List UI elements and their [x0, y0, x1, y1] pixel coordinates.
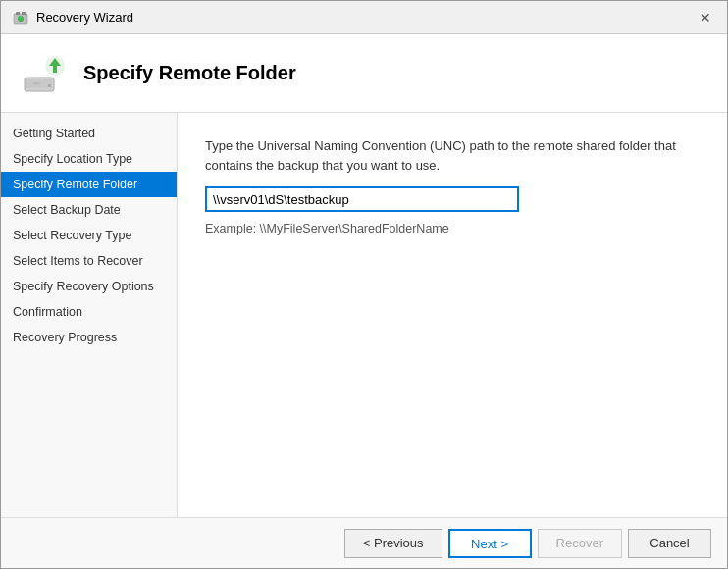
content-area: Getting Started Specify Location Type Sp…: [1, 113, 727, 517]
unc-path-input[interactable]: [205, 186, 519, 212]
svg-rect-7: [48, 84, 51, 87]
recovery-wizard-dialog: Recovery Wizard ✕ Specify Remote Folder …: [0, 0, 728, 569]
previous-button[interactable]: < Previous: [344, 529, 442, 558]
sidebar-item-select-recovery-type[interactable]: Select Recovery Type: [1, 223, 177, 248]
sidebar-item-getting-started[interactable]: Getting Started: [1, 121, 177, 146]
title-bar-left: Recovery Wizard: [13, 10, 133, 26]
footer: < Previous Next > Recover Cancel: [1, 517, 727, 568]
sidebar-item-recovery-progress[interactable]: Recovery Progress: [1, 325, 177, 350]
title-bar-title: Recovery Wizard: [36, 10, 133, 25]
svg-rect-2: [22, 12, 26, 15]
title-bar: Recovery Wizard ✕: [1, 1, 727, 34]
wizard-header: Specify Remote Folder: [1, 34, 727, 113]
sidebar-item-confirmation[interactable]: Confirmation: [1, 299, 177, 325]
next-button[interactable]: Next >: [448, 529, 532, 558]
recover-button[interactable]: Recover: [538, 529, 622, 558]
close-button[interactable]: ✕: [696, 8, 715, 27]
svg-point-10: [32, 81, 40, 84]
sidebar-item-specify-recovery-options[interactable]: Specify Recovery Options: [1, 274, 177, 299]
sidebar-item-specify-location-type[interactable]: Specify Location Type: [1, 146, 177, 172]
example-text: Example: \\MyFileServer\SharedFolderName: [205, 222, 700, 235]
backup-icon: [21, 50, 68, 97]
sidebar-item-specify-remote-folder[interactable]: Specify Remote Folder: [1, 172, 177, 197]
instruction-text: Type the Universal Naming Convention (UN…: [205, 136, 696, 175]
wizard-icon: [13, 10, 28, 26]
sidebar-item-select-items-to-recover[interactable]: Select Items to Recover: [1, 248, 177, 274]
sidebar-item-select-backup-date[interactable]: Select Backup Date: [1, 197, 177, 223]
page-title: Specify Remote Folder: [83, 62, 296, 84]
cancel-button[interactable]: Cancel: [628, 529, 711, 558]
main-content: Type the Universal Naming Convention (UN…: [178, 113, 727, 517]
sidebar: Getting Started Specify Location Type Sp…: [1, 113, 178, 517]
svg-rect-1: [16, 12, 20, 15]
